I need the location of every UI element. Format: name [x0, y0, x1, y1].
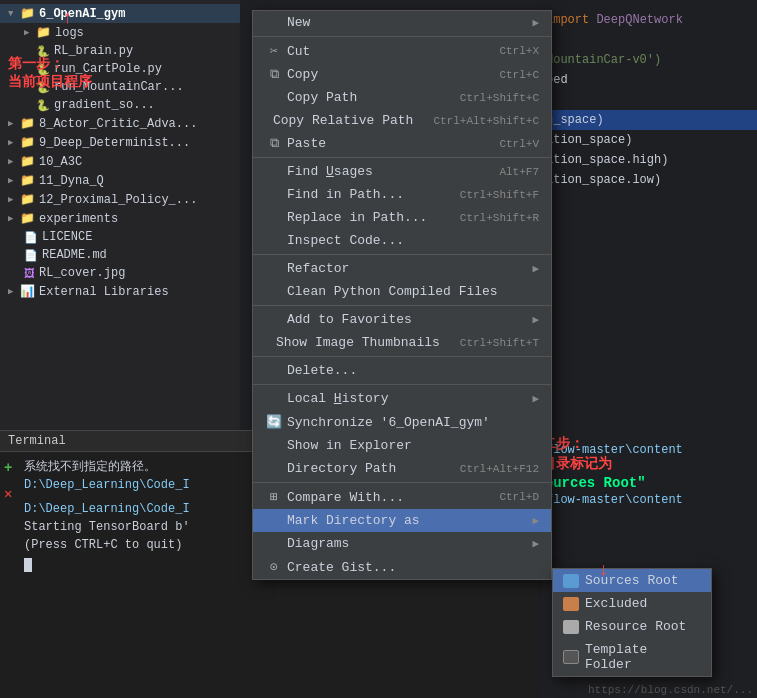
menu-item-mark-dir[interactable]: Mark Directory as ▶: [253, 509, 551, 532]
menu-item-copy-relative[interactable]: Copy Relative Path Ctrl+Alt+Shift+C: [253, 109, 551, 132]
folder-icon: 📁: [20, 154, 35, 169]
separator: [253, 305, 551, 306]
tree-item-openai-gym[interactable]: ▼ 📁 6_OpenAI_gym: [0, 4, 240, 23]
template-folder-icon: [563, 650, 579, 664]
folder-icon: 📁: [36, 25, 51, 40]
shortcut-label: Ctrl+Shift+R: [460, 212, 539, 224]
menu-item-diagrams[interactable]: Diagrams ▶: [253, 532, 551, 555]
menu-item-refactor[interactable]: Refactor ▶: [253, 257, 551, 280]
excluded-label: Excluded: [585, 596, 647, 611]
submenu-excluded[interactable]: Excluded: [553, 592, 711, 615]
separator: [253, 384, 551, 385]
tree-label: run_CartPole.py: [54, 62, 162, 76]
folder-icon: 📁: [20, 116, 35, 131]
submenu-template-folder[interactable]: Template Folder: [553, 638, 711, 676]
tree-label: run_MountainCar...: [54, 80, 184, 94]
mark-directory-submenu: Sources Root Excluded Resource Root Temp…: [552, 568, 712, 677]
gist-icon: ⊙: [265, 559, 283, 575]
shortcut-label: Ctrl+V: [499, 138, 539, 150]
shortcut-label: Ctrl+C: [499, 69, 539, 81]
lib-icon: 📊: [20, 284, 35, 299]
tree-item-run-cartpole[interactable]: 🐍 run_CartPole.py: [0, 60, 240, 78]
menu-label: Clean Python Compiled Files: [287, 284, 539, 299]
menu-item-find-path[interactable]: Find in Path... Ctrl+Shift+F: [253, 183, 551, 206]
submenu-sources-root[interactable]: Sources Root: [553, 569, 711, 592]
resource-root-icon: [563, 620, 579, 634]
compare-icon: ⊞: [265, 489, 283, 505]
tree-item-external-libs[interactable]: ▶ 📊 External Libraries: [0, 282, 240, 301]
submenu-arrow: ▶: [532, 514, 539, 527]
submenu-resource-root[interactable]: Resource Root: [553, 615, 711, 638]
menu-label: Find in Path...: [287, 187, 440, 202]
tree-label: 9_Deep_Determinist...: [39, 136, 190, 150]
menu-item-show-thumbnails[interactable]: Show Image Thumbnails Ctrl+Shift+T: [253, 331, 551, 354]
menu-item-delete[interactable]: Delete...: [253, 359, 551, 382]
menu-label: Copy Path: [287, 90, 440, 105]
tree-item-deep-det[interactable]: ▶ 📁 9_Deep_Determinist...: [0, 133, 240, 152]
separator: [253, 157, 551, 158]
menu-item-inspect[interactable]: Inspect Code...: [253, 229, 551, 252]
template-folder-label: Template Folder: [585, 642, 701, 672]
shortcut-label: Alt+F7: [499, 166, 539, 178]
menu-item-synchronize[interactable]: 🔄 Synchronize '6_OpenAI_gym': [253, 410, 551, 434]
menu-item-copy[interactable]: ⧉ Copy Ctrl+C: [253, 63, 551, 86]
submenu-arrow: ▶: [532, 392, 539, 405]
menu-item-new[interactable]: New ▶: [253, 11, 551, 34]
code-line-3: MountainCar-v0'): [540, 50, 757, 70]
menu-label: Paste: [287, 136, 479, 151]
menu-item-copy-path[interactable]: Copy Path Ctrl+Shift+C: [253, 86, 551, 109]
tree-arrow: ▶: [8, 137, 20, 148]
menu-label: Cut: [287, 44, 479, 59]
jpg-file-icon: 🖼: [24, 267, 35, 280]
menu-item-directory-path[interactable]: Directory Path Ctrl+Alt+F12: [253, 457, 551, 480]
tree-label: 10_A3C: [39, 155, 82, 169]
tree-item-readme[interactable]: 📄 README.md: [0, 246, 240, 264]
menu-item-replace-path[interactable]: Replace in Path... Ctrl+Shift+R: [253, 206, 551, 229]
terminal-close-button[interactable]: ✕: [4, 485, 12, 502]
tree-item-logs[interactable]: ▶ 📁 logs: [0, 23, 240, 42]
tree-item-rl-cover[interactable]: 🖼 RL_cover.jpg: [0, 264, 240, 282]
submenu-arrow: ▶: [532, 262, 539, 275]
code-line-b2: flow-master\content: [540, 490, 757, 510]
resource-root-label: Resource Root: [585, 619, 686, 634]
tree-arrow: ▼: [8, 9, 20, 19]
menu-label: Show Image Thumbnails: [276, 335, 440, 350]
menu-item-show-explorer[interactable]: Show in Explorer: [253, 434, 551, 457]
tree-item-licence[interactable]: 📄 LICENCE: [0, 228, 240, 246]
tree-label: 6_OpenAI_gym: [39, 7, 125, 21]
tree-item-run-mountain[interactable]: 🐍 run_MountainCar...: [0, 78, 240, 96]
tree-item-proximal[interactable]: ▶ 📁 12_Proximal_Policy_...: [0, 190, 240, 209]
menu-item-add-favorites[interactable]: Add to Favorites ▶: [253, 308, 551, 331]
menu-label: Compare With...: [287, 490, 479, 505]
tree-arrow: ▶: [8, 213, 20, 224]
tree-item-rl-brain[interactable]: 🐍 RL_brain.py: [0, 42, 240, 60]
menu-label: Local History: [287, 391, 532, 406]
menu-item-paste[interactable]: ⧉ Paste Ctrl+V: [253, 132, 551, 155]
terminal-add-button[interactable]: +: [4, 460, 12, 476]
tree-item-a3c[interactable]: ▶ 📁 10_A3C: [0, 152, 240, 171]
separator: [253, 482, 551, 483]
context-menu: New ▶ ✂ Cut Ctrl+X ⧉ Copy Ctrl+C Copy Pa…: [252, 10, 552, 580]
menu-item-cut[interactable]: ✂ Cut Ctrl+X: [253, 39, 551, 63]
tree-label: External Libraries: [39, 285, 169, 299]
menu-item-find-usages[interactable]: Find Usages Alt+F7: [253, 160, 551, 183]
excluded-icon: [563, 597, 579, 611]
file-tree: ▼ 📁 6_OpenAI_gym ▶ 📁 logs 🐍 RL_brain.py …: [0, 0, 240, 430]
tree-item-actor-critic[interactable]: ▶ 📁 8_Actor_Critic_Adva...: [0, 114, 240, 133]
menu-item-create-gist[interactable]: ⊙ Create Gist...: [253, 555, 551, 579]
watermark-text: https://blog.csdn.net/...: [588, 684, 753, 696]
tree-item-gradient[interactable]: 🐍 gradient_so...: [0, 96, 240, 114]
code-line-4: ped: [540, 70, 757, 90]
py-file-icon: 🐍: [36, 45, 50, 58]
menu-item-compare[interactable]: ⊞ Compare With... Ctrl+D: [253, 485, 551, 509]
tree-item-experiments[interactable]: ▶ 📁 experiments: [0, 209, 240, 228]
tree-item-dyna-q[interactable]: ▶ 📁 11_Dyna_Q: [0, 171, 240, 190]
folder-icon: 📁: [20, 192, 35, 207]
menu-label: Synchronize '6_OpenAI_gym': [287, 415, 539, 430]
menu-item-local-history[interactable]: Local History ▶: [253, 387, 551, 410]
shortcut-label: Ctrl+Alt+Shift+C: [433, 115, 539, 127]
submenu-arrow: ▶: [532, 16, 539, 29]
menu-label: Add to Favorites: [287, 312, 532, 327]
menu-item-clean-compiled[interactable]: Clean Python Compiled Files: [253, 280, 551, 303]
separator: [253, 356, 551, 357]
